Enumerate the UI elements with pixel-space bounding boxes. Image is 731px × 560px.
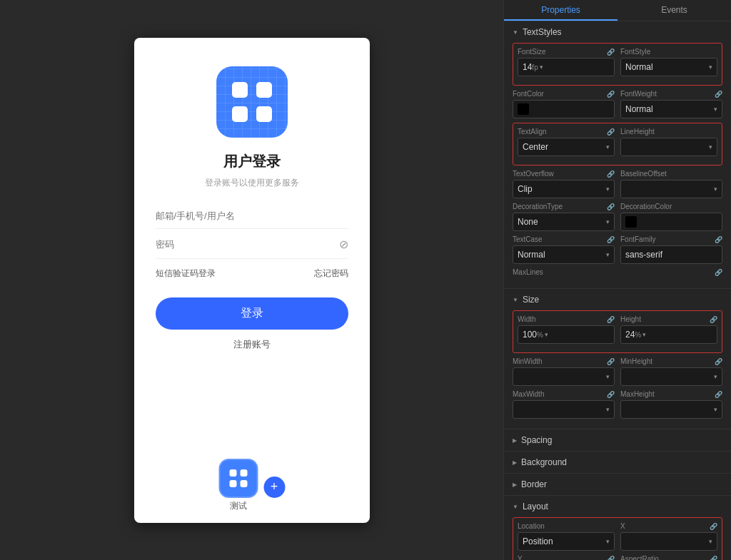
text-align-link-icon[interactable]: 🔗: [607, 128, 615, 136]
text-styles-header[interactable]: ▼ TextStyles: [513, 27, 722, 37]
text-overflow-input[interactable]: Clip ▾: [513, 180, 615, 198]
max-height-dropdown[interactable]: ▾: [714, 406, 717, 413]
text-case-dropdown[interactable]: ▾: [606, 251, 610, 258]
max-width-link-icon[interactable]: 🔗: [607, 391, 615, 398]
text-align-label: TextAlign 🔗: [518, 128, 615, 136]
decoration-color-input[interactable]: [620, 213, 722, 231]
location-input[interactable]: Position ▾: [518, 532, 615, 551]
test-dot-1: [229, 469, 236, 477]
font-weight-value: Normal: [625, 104, 653, 114]
spacing-label: Spacing: [521, 435, 552, 445]
max-width-dropdown[interactable]: ▾: [606, 406, 610, 413]
min-width-label: MinWidth 🔗: [513, 357, 615, 365]
background-header[interactable]: ▶ Background: [513, 457, 722, 467]
font-style-input[interactable]: Normal ▾: [620, 58, 717, 76]
aspect-ratio-link-icon[interactable]: 🔗: [710, 556, 717, 561]
decoration-color-label: DecorationColor: [620, 203, 722, 210]
font-color-input[interactable]: [513, 100, 615, 118]
sms-login-link[interactable]: 短信验证码登录: [156, 268, 216, 280]
text-align-dropdown[interactable]: ▾: [606, 143, 610, 151]
font-family-input[interactable]: sans-serif: [620, 245, 722, 264]
min-width-dropdown[interactable]: ▾: [606, 373, 610, 380]
min-height-dropdown[interactable]: ▾: [714, 373, 717, 380]
min-width-input[interactable]: ▾: [513, 367, 615, 386]
font-size-input[interactable]: 14 fp ▾: [518, 58, 615, 76]
text-align-input[interactable]: Center ▾: [518, 138, 615, 156]
text-overflow-link-icon[interactable]: 🔗: [607, 170, 615, 178]
email-input[interactable]: [156, 210, 348, 221]
spacing-header[interactable]: ▶ Spacing: [513, 435, 722, 445]
layout-header[interactable]: ▼ Layout: [513, 502, 722, 511]
eye-icon[interactable]: ⊘: [339, 238, 348, 251]
location-dropdown[interactable]: ▾: [606, 538, 610, 545]
line-height-dropdown[interactable]: ▾: [709, 143, 712, 151]
test-label: 测试: [230, 500, 247, 512]
font-color-link-icon[interactable]: 🔗: [607, 91, 615, 98]
text-case-link-icon[interactable]: 🔗: [607, 236, 615, 243]
login-button[interactable]: 登录: [156, 297, 348, 330]
text-overflow-label: TextOverflow 🔗: [513, 170, 615, 178]
font-style-dropdown[interactable]: ▾: [709, 63, 712, 71]
text-overflow-dropdown[interactable]: ▾: [606, 185, 610, 193]
font-family-link-icon[interactable]: 🔗: [715, 236, 722, 243]
max-height-link-icon[interactable]: 🔗: [715, 391, 722, 398]
height-input[interactable]: 24 % ▾: [620, 325, 717, 344]
font-color-swatch: [518, 103, 529, 115]
text-styles-arrow: ▼: [513, 29, 518, 36]
font-weight-input[interactable]: Normal ▾: [620, 100, 722, 118]
forgot-password-link[interactable]: 忘记密码: [314, 268, 348, 280]
width-dropdown[interactable]: ▾: [545, 331, 548, 338]
baseline-offset-input[interactable]: ▾: [620, 180, 722, 198]
font-size-value: 14: [523, 62, 532, 72]
maxlines-link-icon[interactable]: 🔗: [715, 269, 722, 276]
min-height-col: MinHeight 🔗 ▾: [620, 357, 722, 386]
email-input-group: [156, 210, 348, 229]
font-size-link-icon[interactable]: 🔗: [607, 49, 615, 56]
width-link-icon[interactable]: 🔗: [607, 316, 615, 323]
decoration-type-link-icon[interactable]: 🔗: [607, 203, 615, 210]
register-link[interactable]: 注册账号: [233, 338, 271, 351]
decoration-type-input[interactable]: None ▾: [513, 213, 615, 231]
font-size-dropdown[interactable]: ▾: [540, 63, 543, 71]
baseline-offset-dropdown[interactable]: ▾: [714, 185, 717, 193]
min-height-input[interactable]: ▾: [620, 367, 722, 386]
links-row: 短信验证码登录 忘记密码: [156, 268, 348, 280]
height-link-icon[interactable]: 🔗: [710, 316, 717, 323]
height-dropdown[interactable]: ▾: [642, 331, 646, 338]
max-height-input[interactable]: ▾: [620, 400, 722, 419]
y-row: Y 🔗 60 ▲ ▼ % ▾ AspectRa: [518, 555, 717, 560]
background-label: Background: [521, 457, 567, 467]
max-width-input[interactable]: ▾: [513, 400, 615, 419]
min-height-link-icon[interactable]: 🔗: [715, 358, 722, 365]
y-label: Y 🔗: [518, 555, 615, 560]
text-case-input[interactable]: Normal ▾: [513, 245, 615, 264]
width-input[interactable]: 100 % ▾: [518, 325, 615, 344]
border-header[interactable]: ▶ Border: [513, 479, 722, 489]
x-link-icon[interactable]: 🔗: [710, 523, 717, 530]
app-icon: [216, 66, 288, 138]
tab-properties[interactable]: Properties: [504, 0, 617, 21]
max-height-label: MaxHeight 🔗: [620, 390, 722, 398]
font-weight-link-icon[interactable]: 🔗: [715, 91, 722, 98]
max-width-label: MaxWidth 🔗: [513, 390, 615, 398]
text-case-label: TextCase 🔗: [513, 235, 615, 243]
test-icon-box[interactable]: [218, 459, 258, 498]
width-height-row: Width 🔗 100 % ▾ Height 🔗: [518, 315, 717, 344]
aspect-ratio-label: AspectRatio 🔗: [620, 555, 717, 560]
line-height-input[interactable]: ▾: [620, 138, 717, 156]
tab-events[interactable]: Events: [617, 0, 731, 21]
x-input[interactable]: ▾: [620, 532, 717, 551]
test-dot-3: [229, 480, 236, 487]
size-section: ▼ Size Width 🔗 100 % ▾: [504, 289, 731, 429]
font-color-col: FontColor 🔗: [513, 90, 615, 118]
add-component-button[interactable]: +: [263, 477, 285, 498]
min-width-link-icon[interactable]: 🔗: [607, 358, 615, 365]
x-dropdown[interactable]: ▾: [709, 538, 712, 545]
aspect-ratio-col: AspectRatio 🔗: [620, 555, 717, 560]
password-input[interactable]: [156, 239, 339, 250]
mobile-content: 用户登录 登录账号以使用更多服务 ⊘ 短信验证码登录 忘记密码 登录 注册账号: [134, 38, 370, 523]
size-section-header[interactable]: ▼ Size: [513, 295, 722, 305]
decoration-type-dropdown[interactable]: ▾: [606, 218, 610, 225]
y-link-icon[interactable]: 🔗: [607, 556, 615, 561]
font-weight-dropdown[interactable]: ▾: [714, 106, 717, 113]
